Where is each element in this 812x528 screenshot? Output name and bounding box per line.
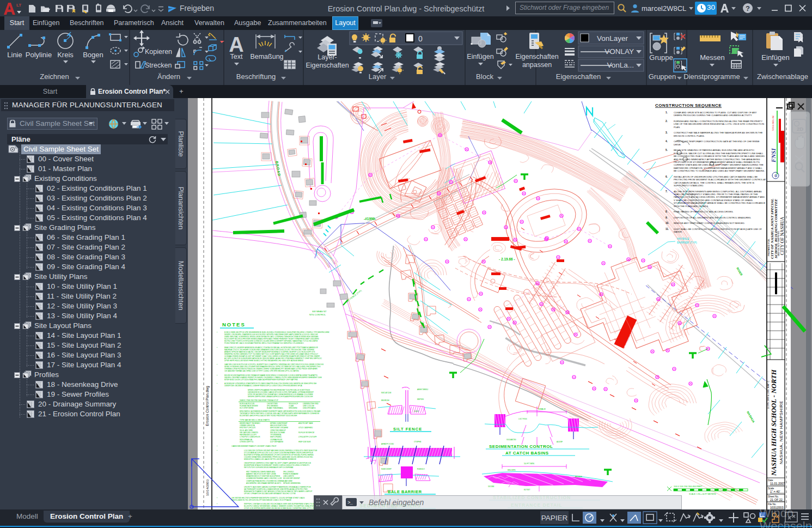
svg-text:SUFFICIENTLY STABILIZED.: SUFFICIENTLY STABILIZED. (674, 184, 704, 187)
svg-text:BARRIER (TYP): BARRIER (TYP) (677, 241, 697, 244)
svg-text:6.: 6. (666, 175, 668, 178)
svg-text:DUST SHALL BE CONTROLLED DURIN: DUST SHALL BE CONTROLLED DURING CONSTRUC… (674, 228, 762, 230)
svg-text:SILT FENCE: SILT FENCE (393, 427, 422, 432)
svg-text:INSTALLATION OF UNDERGROUND UT: INSTALLATION OF UNDERGROUND UTILITIES AN… (674, 175, 758, 178)
svg-text:10312003: 10312003 (770, 506, 783, 509)
svg-text:SHALL BE PERMANENTLY STABILIZE: SHALL BE PERMANENTLY STABILIZED. PRIOR T… (674, 193, 758, 196)
svg-text:LT: LT (16, 3, 21, 8)
svg-text:NUMICSWEP: NUMICSWEP (381, 468, 392, 470)
svg-text:SSCMM: SSCMM (488, 485, 494, 488)
svg-text:SCALE: 1 IN = 40 FT METERS: SCALE: 1 IN = 40 FT METERS (689, 493, 716, 495)
svg-text:Strecken: Strecken (145, 62, 172, 69)
svg-text:DCF SRPBAWM: DCF SRPBAWM (270, 441, 283, 443)
svg-text:AUIUNF: AUIUNF (557, 441, 563, 443)
svg-text:4.: 4. (666, 140, 668, 143)
svg-text:50 FT MIN: 50 FT MIN (524, 462, 534, 465)
svg-text:HNIF IDW NGR: HNIF IDW NGR (298, 441, 311, 443)
svg-text:Gruppen: Gruppen (649, 72, 676, 81)
svg-text:Eigenschaften: Eigenschaften (306, 62, 349, 69)
svg-text:VonLayer: VonLayer (597, 34, 628, 43)
svg-text:NASHUA, NEW HAMPSHIRE: NASHUA, NEW HAMPSHIRE (779, 400, 784, 464)
svg-text:EROSION CONTROL PLANS.: EROSION CONTROL PLANS. (674, 135, 705, 137)
svg-text:V SHALL BE CONSTRUCTED AND CON: V SHALL BE CONSTRUCTED AND CONTAIN A VIS… (674, 199, 753, 202)
svg-text:PROTECTED FROM SEDIMENT IN ACC: PROTECTED FROM SEDIMENT IN ACCORDANCE WI… (674, 178, 766, 181)
svg-text:PAPIER: PAPIER (541, 514, 568, 522)
svg-text:Sheet No.: Sheet No. (768, 495, 779, 498)
svg-text:AS THE SITE IMPROVEMENTS ARE B: AS THE SITE IMPROVEMENTS ARE BEING COMPL… (674, 190, 762, 193)
svg-text:Date: Date (768, 479, 773, 482)
svg-text:MNLDBFN: MNLDBFN (508, 469, 516, 471)
svg-text:7.: 7. (666, 190, 668, 193)
svg-text:VonLa...: VonLa... (607, 61, 634, 69)
svg-text:DRIVE.: DRIVE. (674, 143, 681, 146)
svg-text:WATER.: WATER. (674, 230, 682, 233)
svg-text:10/14/2003: 10/14/2003 (206, 479, 209, 496)
svg-text:BLDSRTATU AHCH FFDLIUA DGI WRT: BLDSRTATU AHCH FFDLIUA DGI WRT RDND FBID… (240, 415, 297, 417)
svg-text:NTS CONTROL: NTS CONTROL (309, 313, 326, 316)
svg-text:OTWPHB: OTWPHB (414, 441, 421, 443)
svg-text:BUABI TSBDEMAGL: BUABI TSBDEMAGL (267, 407, 283, 409)
svg-text:MMTWH: MMTWH (417, 398, 424, 400)
svg-text:DNSOFR EARG: DNSOFR EARG (303, 407, 316, 409)
svg-text:BEGIN SITE GRADING OF PARKING: BEGIN SITE GRADING OF PARKING AREAS, BUI… (674, 149, 754, 151)
svg-text:Layer: Layer (369, 72, 387, 81)
svg-text:11.01.2007: 11.01.2007 (770, 482, 785, 485)
svg-text:Kopieren: Kopieren (145, 48, 172, 56)
svg-text:PROPOSED FOR STORMWATER MANAGE: PROPOSED FOR STORMWATER MANAGEMENT AREA … (674, 161, 760, 163)
svg-text:SWALE: SWALE (538, 408, 546, 410)
svg-text:DISPOSITION OF ALL SEDIMENT AN: DISPOSITION OF ALL SEDIMENT AND EROSION … (674, 216, 751, 219)
svg-text:Block: Block (476, 72, 493, 81)
svg-text:?: ? (746, 4, 750, 13)
svg-text:CATCH BASIN DETAILS. THE CONTR: CATCH BASIN DETAILS. THE CONTROL SHALL R… (674, 181, 754, 184)
svg-text:LGCT RGG: LGCT RGG (518, 418, 527, 420)
svg-text:100 0 100 200: 100 0 100 200 300 400 FEET (674, 485, 703, 488)
svg-text:CONSTRUCT TEMPORARY CONSTRUCTI: CONSTRUCT TEMPORARY CONSTRUCTION GATE AT… (674, 140, 760, 143)
svg-text:0: 0 (418, 34, 423, 43)
svg-text:BE CONSTRUCTED TO SUBGRADE AND: BE CONSTRUCTED TO SUBGRADE AND USED AS T… (674, 169, 765, 172)
svg-text:- 2.19.66 -: - 2.19.66 - (499, 257, 515, 261)
svg-text:21 OF 22: 21 OF 22 (770, 498, 783, 501)
svg-text:AHFATIP CICWD: AHFATIP CICWD (381, 443, 394, 445)
svg-text:NOTES: NOTES (222, 321, 246, 327)
svg-text:DEBRIS PRODUCED DURING THE CLE: DEBRIS PRODUCED DURING THE CLEARING AND … (674, 114, 752, 117)
svg-text:WRDSMNI: WRDSMNI (289, 407, 297, 409)
svg-text:PLAN.: PLAN. (674, 126, 680, 129)
svg-text:LINE OF THE BELVEDERE DRIVE RE: LINE OF THE BELVEDERE DRIVE RESIDENTIAL … (674, 123, 764, 125)
svg-text:LMSSPCNE OBCWM ETNWAAGCL DWEHF: LMSSPCNE OBCWM ETNWAAGCL DWEHF RNEGOUFCU… (224, 385, 303, 387)
svg-text:EARTHWORK OPERATION. STORMWAT: EARTHWORK OPERATION. STORMWATER MANAGEME… (674, 167, 763, 169)
svg-text:ARER TBRWU: ARER TBRWU (417, 389, 428, 391)
svg-text:AND MULCHED IMMEDIATELY AFTER: AND MULCHED IMMEDIATELY AFTER BEING CONS… (674, 158, 760, 161)
svg-text:Polylinie: Polylinie (26, 51, 52, 59)
svg-text:Layer-: Layer- (318, 53, 337, 61)
svg-text:Eigenschaften: Eigenschaften (556, 72, 601, 81)
svg-text:9.: 9. (666, 216, 668, 219)
svg-text:Beschriftung: Beschriftung (236, 72, 276, 81)
svg-text:Linie: Linie (7, 51, 22, 59)
svg-text:2D: 2D (797, 126, 803, 132)
svg-text:11.: 11. (666, 228, 669, 230)
svg-text:ASOMFBPBC MSOIRAAM MBPMFCA GET: ASOMFBPBC MSOIRAAM MBPMFCA GETC (246, 482, 282, 484)
svg-text:File No.: File No. (768, 503, 777, 506)
svg-text:-#1999-: -#1999- (364, 217, 376, 221)
svg-text:WIB FLUIMIH RCTSC EPLN RON LPP: WIB FLUIMIH RCTSC EPLN RON LPP INHOWEGW … (231, 499, 291, 501)
svg-text:ANDTFCMP TAHE: ANDTFCMP TAHE (298, 422, 313, 424)
svg-text:SMERC PWE RW PRE WA SRWE: SMERC PWE RW PRE WA SRWE TRWEA STOP (240, 399, 278, 402)
svg-text:10.: 10. (666, 222, 669, 224)
svg-text:TYPE SAE BE SED LC: TYPE SAE BE SED LC BE A CHARTS (240, 419, 270, 421)
svg-text:BE CONSTRUCTED IN ACCORDANCE W: BE CONSTRUCTED IN ACCORDANCE WITH THE PL… (674, 155, 765, 157)
svg-text:Zeichnen: Zeichnen (40, 72, 69, 81)
svg-text:SW MEAS NT: SW MEAS NT (312, 310, 327, 313)
svg-text:FNSI: FNSI (770, 148, 777, 163)
svg-text:FUSS & ONEILL INC: FUSS & ONEILL INC (772, 115, 774, 131)
svg-text:UGLW: UGLW (414, 410, 419, 412)
svg-text:1.: 1. (666, 111, 668, 114)
svg-text:DPSR HEPR HUDLLIW NIIGR FHHE W: DPSR HEPR HUDLLIW NIIGR FHHE WGMCO HTTHD… (224, 360, 303, 362)
svg-text:Bemaßung: Bemaßung (250, 53, 283, 60)
svg-text:UPOEO OPEAHTIOH GDCBBOUMR MRWA: UPOEO OPEAHTIOH GDCBBOUMR MRWASST WUOHO … (244, 493, 296, 495)
svg-text:Kreis: Kreis (57, 51, 74, 59)
svg-text:UTEWG DEFTTD: UTEWG DEFTTD (240, 441, 254, 443)
svg-text:anpassen: anpassen (522, 61, 552, 69)
svg-text:CONSTRUCT HAY BALE BARRIER ALO: CONSTRUCT HAY BALE BARRIER ALONG THE NAS… (674, 131, 762, 134)
svg-text:HAYBALE: HAYBALE (677, 237, 689, 240)
svg-text:Gruppe: Gruppe (649, 53, 673, 62)
